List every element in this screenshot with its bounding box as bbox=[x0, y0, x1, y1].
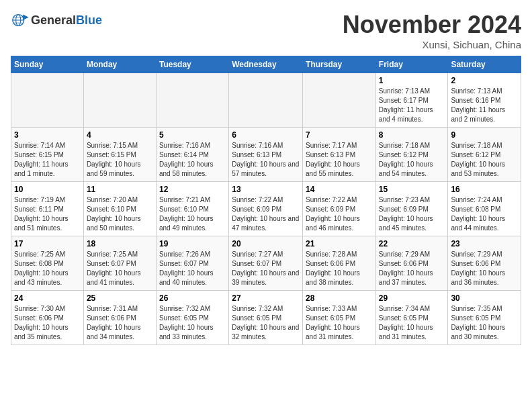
calendar-cell-w5-d1: 25Sunrise: 7:31 AMSunset: 6:06 PMDayligh… bbox=[83, 291, 156, 345]
day-info: Sunrise: 7:32 AMSunset: 6:05 PMDaylight:… bbox=[232, 304, 300, 342]
day-number: 23 bbox=[451, 239, 518, 248]
calendar-cell-w1-d0 bbox=[11, 73, 84, 128]
header-sunday: Sunday bbox=[11, 56, 84, 73]
location-title: Xunsi, Sichuan, China bbox=[343, 39, 521, 50]
calendar-cell-w2-d0: 3Sunrise: 7:14 AMSunset: 6:15 PMDaylight… bbox=[11, 128, 84, 182]
day-number: 25 bbox=[87, 293, 153, 303]
day-number: 2 bbox=[451, 76, 518, 85]
day-info: Sunrise: 7:17 AMSunset: 6:13 PMDaylight:… bbox=[306, 141, 373, 179]
calendar-cell-w1-d4 bbox=[303, 73, 376, 128]
calendar-cell-w1-d5: 1Sunrise: 7:13 AMSunset: 6:17 PMDaylight… bbox=[375, 73, 448, 128]
calendar-cell-w3-d0: 10Sunrise: 7:19 AMSunset: 6:11 PMDayligh… bbox=[11, 182, 84, 236]
day-number: 14 bbox=[306, 185, 373, 194]
logo-blue-text: Blue bbox=[76, 13, 102, 28]
day-number: 20 bbox=[232, 239, 300, 248]
day-number: 10 bbox=[14, 185, 81, 194]
day-number: 6 bbox=[232, 130, 300, 140]
calendar-cell-w4-d0: 17Sunrise: 7:25 AMSunset: 6:08 PMDayligh… bbox=[11, 236, 84, 291]
calendar-cell-w1-d2 bbox=[156, 73, 228, 128]
day-info: Sunrise: 7:31 AMSunset: 6:06 PMDaylight:… bbox=[87, 304, 153, 342]
header-tuesday: Tuesday bbox=[156, 56, 228, 73]
header-monday: Monday bbox=[83, 56, 156, 73]
day-number: 5 bbox=[159, 130, 226, 140]
day-number: 26 bbox=[159, 293, 226, 303]
calendar-cell-w3-d6: 16Sunrise: 7:24 AMSunset: 6:08 PMDayligh… bbox=[448, 182, 521, 236]
calendar-cell-w4-d1: 18Sunrise: 7:25 AMSunset: 6:07 PMDayligh… bbox=[83, 236, 156, 291]
week-row-4: 17Sunrise: 7:25 AMSunset: 6:08 PMDayligh… bbox=[11, 236, 521, 291]
header-thursday: Thursday bbox=[303, 56, 376, 73]
day-info: Sunrise: 7:25 AMSunset: 6:08 PMDaylight:… bbox=[14, 250, 81, 287]
calendar-cell-w2-d5: 8Sunrise: 7:18 AMSunset: 6:12 PMDaylight… bbox=[375, 128, 448, 182]
day-number: 11 bbox=[87, 185, 153, 194]
logo-icon bbox=[11, 11, 30, 30]
week-row-1: 1Sunrise: 7:13 AMSunset: 6:17 PMDaylight… bbox=[11, 73, 521, 128]
calendar-cell-w3-d4: 14Sunrise: 7:22 AMSunset: 6:09 PMDayligh… bbox=[303, 182, 376, 236]
day-info: Sunrise: 7:20 AMSunset: 6:10 PMDaylight:… bbox=[87, 195, 153, 233]
calendar-cell-w5-d4: 28Sunrise: 7:33 AMSunset: 6:05 PMDayligh… bbox=[303, 291, 376, 345]
day-info: Sunrise: 7:16 AMSunset: 6:13 PMDaylight:… bbox=[232, 141, 300, 179]
weekday-header-row: Sunday Monday Tuesday Wednesday Thursday… bbox=[11, 56, 521, 73]
day-number: 27 bbox=[232, 293, 300, 303]
day-number: 16 bbox=[451, 185, 518, 194]
calendar-cell-w2-d3: 6Sunrise: 7:16 AMSunset: 6:13 PMDaylight… bbox=[229, 128, 303, 182]
day-info: Sunrise: 7:32 AMSunset: 6:05 PMDaylight:… bbox=[159, 304, 226, 342]
day-info: Sunrise: 7:30 AMSunset: 6:06 PMDaylight:… bbox=[14, 304, 81, 342]
day-info: Sunrise: 7:24 AMSunset: 6:08 PMDaylight:… bbox=[451, 195, 518, 233]
week-row-5: 24Sunrise: 7:30 AMSunset: 6:06 PMDayligh… bbox=[11, 291, 521, 345]
calendar-cell-w2-d1: 4Sunrise: 7:15 AMSunset: 6:15 PMDaylight… bbox=[83, 128, 156, 182]
day-number: 4 bbox=[87, 130, 153, 140]
month-title: November 2024 bbox=[343, 11, 521, 39]
calendar-cell-w4-d2: 19Sunrise: 7:26 AMSunset: 6:07 PMDayligh… bbox=[156, 236, 228, 291]
calendar-cell-w4-d5: 22Sunrise: 7:29 AMSunset: 6:06 PMDayligh… bbox=[375, 236, 448, 291]
header-wednesday: Wednesday bbox=[229, 56, 303, 73]
day-number: 17 bbox=[14, 239, 81, 248]
day-info: Sunrise: 7:15 AMSunset: 6:15 PMDaylight:… bbox=[87, 141, 153, 179]
day-info: Sunrise: 7:26 AMSunset: 6:07 PMDaylight:… bbox=[159, 250, 226, 287]
calendar-cell-w3-d1: 11Sunrise: 7:20 AMSunset: 6:10 PMDayligh… bbox=[83, 182, 156, 236]
week-row-3: 10Sunrise: 7:19 AMSunset: 6:11 PMDayligh… bbox=[11, 182, 521, 236]
day-info: Sunrise: 7:27 AMSunset: 6:07 PMDaylight:… bbox=[232, 250, 300, 287]
day-number: 12 bbox=[159, 185, 226, 194]
day-info: Sunrise: 7:18 AMSunset: 6:12 PMDaylight:… bbox=[379, 141, 445, 179]
week-row-2: 3Sunrise: 7:14 AMSunset: 6:15 PMDaylight… bbox=[11, 128, 521, 182]
day-number: 18 bbox=[87, 239, 153, 248]
calendar-cell-w2-d4: 7Sunrise: 7:17 AMSunset: 6:13 PMDaylight… bbox=[303, 128, 376, 182]
calendar-cell-w4-d4: 21Sunrise: 7:28 AMSunset: 6:06 PMDayligh… bbox=[303, 236, 376, 291]
day-info: Sunrise: 7:16 AMSunset: 6:14 PMDaylight:… bbox=[159, 141, 226, 179]
day-number: 1 bbox=[379, 76, 445, 85]
day-info: Sunrise: 7:34 AMSunset: 6:05 PMDaylight:… bbox=[379, 304, 445, 342]
day-info: Sunrise: 7:13 AMSunset: 6:16 PMDaylight:… bbox=[451, 87, 518, 124]
day-number: 29 bbox=[379, 293, 445, 303]
calendar-cell-w3-d2: 12Sunrise: 7:21 AMSunset: 6:10 PMDayligh… bbox=[156, 182, 228, 236]
day-info: Sunrise: 7:29 AMSunset: 6:06 PMDaylight:… bbox=[379, 250, 445, 287]
calendar-cell-w5-d3: 27Sunrise: 7:32 AMSunset: 6:05 PMDayligh… bbox=[229, 291, 303, 345]
day-info: Sunrise: 7:21 AMSunset: 6:10 PMDaylight:… bbox=[159, 195, 226, 233]
calendar-cell-w1-d1 bbox=[83, 73, 156, 128]
day-info: Sunrise: 7:29 AMSunset: 6:06 PMDaylight:… bbox=[451, 250, 518, 287]
logo: General Blue bbox=[11, 11, 102, 30]
day-info: Sunrise: 7:13 AMSunset: 6:17 PMDaylight:… bbox=[379, 87, 445, 124]
calendar-cell-w1-d3 bbox=[229, 73, 303, 128]
day-number: 13 bbox=[232, 185, 300, 194]
calendar-cell-w3-d5: 15Sunrise: 7:23 AMSunset: 6:09 PMDayligh… bbox=[375, 182, 448, 236]
day-info: Sunrise: 7:19 AMSunset: 6:11 PMDaylight:… bbox=[14, 195, 81, 233]
header-section: General Blue November 2024 Xunsi, Sichua… bbox=[11, 11, 521, 50]
calendar-cell-w4-d3: 20Sunrise: 7:27 AMSunset: 6:07 PMDayligh… bbox=[229, 236, 303, 291]
calendar-cell-w2-d2: 5Sunrise: 7:16 AMSunset: 6:14 PMDaylight… bbox=[156, 128, 228, 182]
day-number: 24 bbox=[14, 293, 81, 303]
calendar-cell-w1-d6: 2Sunrise: 7:13 AMSunset: 6:16 PMDaylight… bbox=[448, 73, 521, 128]
day-info: Sunrise: 7:18 AMSunset: 6:12 PMDaylight:… bbox=[451, 141, 518, 179]
logo-general-text: General bbox=[31, 13, 76, 28]
header-friday: Friday bbox=[375, 56, 448, 73]
day-number: 30 bbox=[451, 293, 518, 303]
calendar-cell-w4-d6: 23Sunrise: 7:29 AMSunset: 6:06 PMDayligh… bbox=[448, 236, 521, 291]
calendar-cell-w5-d6: 30Sunrise: 7:35 AMSunset: 6:05 PMDayligh… bbox=[448, 291, 521, 345]
day-info: Sunrise: 7:22 AMSunset: 6:09 PMDaylight:… bbox=[232, 195, 300, 233]
calendar-cell-w5-d5: 29Sunrise: 7:34 AMSunset: 6:05 PMDayligh… bbox=[375, 291, 448, 345]
day-info: Sunrise: 7:22 AMSunset: 6:09 PMDaylight:… bbox=[306, 195, 373, 233]
day-number: 28 bbox=[306, 293, 373, 303]
day-info: Sunrise: 7:33 AMSunset: 6:05 PMDaylight:… bbox=[306, 304, 373, 342]
header-saturday: Saturday bbox=[448, 56, 521, 73]
calendar-cell-w5-d0: 24Sunrise: 7:30 AMSunset: 6:06 PMDayligh… bbox=[11, 291, 84, 345]
calendar-cell-w2-d6: 9Sunrise: 7:18 AMSunset: 6:12 PMDaylight… bbox=[448, 128, 521, 182]
